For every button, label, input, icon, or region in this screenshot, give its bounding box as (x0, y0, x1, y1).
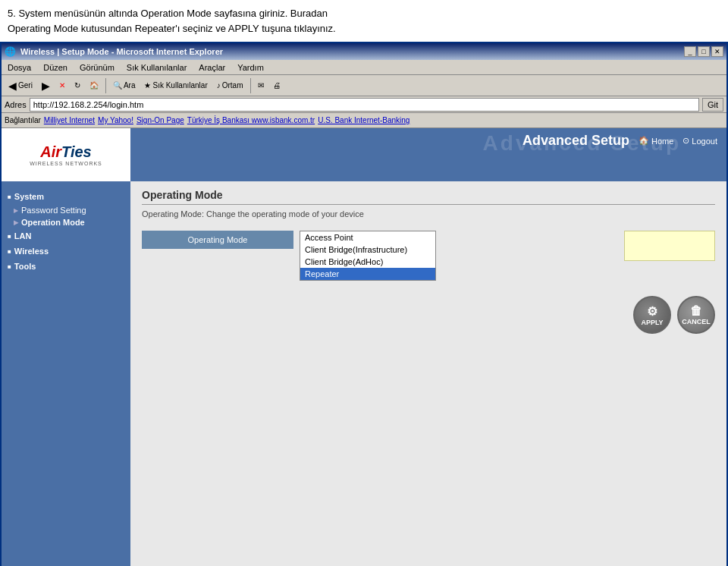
header-main: Advanced Setup Advanced Setup 🏠 Home ⊙ L… (130, 128, 726, 181)
logo-ties: Ties (61, 143, 92, 160)
menu-gorunum[interactable]: Görünüm (77, 62, 118, 73)
home-nav-icon: 🏠 (639, 136, 649, 146)
select-wrapper: Access Point Client Bridge(Infrastructur… (300, 231, 436, 281)
mail-icon: ✉ (258, 81, 264, 90)
address-input[interactable] (30, 98, 699, 112)
page-header: AirTies WIRELESS NETWORKS Advanced Setup… (2, 128, 726, 181)
stop-icon: ✕ (59, 81, 65, 90)
back-button[interactable]: ◀ Geri (5, 77, 36, 94)
title-bar: 🌐 Wireless | Setup Mode - Microsoft Inte… (2, 43, 726, 60)
dropdown-option-client-bridge-adhoc[interactable]: Client Bridge(AdHoc) (300, 256, 435, 268)
content-area: System Password Setting Operation Mode L… (2, 181, 726, 566)
form-row-mode: Operating Mode Access Point Client Bridg… (142, 231, 715, 281)
dropdown-open: Access Point Client Bridge(Infrastructur… (300, 231, 436, 281)
logo: AirTies (40, 143, 91, 161)
cancel-label: CANCEL (682, 318, 711, 325)
media-button[interactable]: ♪ Ortam (213, 77, 247, 94)
refresh-icon: ↻ (74, 81, 80, 90)
apply-icon: ⚙ (647, 304, 657, 319)
separator2 (250, 78, 251, 93)
print-icon: 🖨 (273, 81, 281, 90)
window-controls: _ □ ✕ (684, 46, 723, 57)
sidebar-item-operation-mode[interactable]: Operation Mode (2, 216, 130, 228)
forward-button[interactable]: ▶ (38, 77, 54, 94)
apply-button[interactable]: ⚙ APPLY (633, 296, 671, 334)
apply-label: APPLY (641, 319, 663, 326)
address-label: Adres (5, 100, 27, 109)
star-icon: ★ (144, 81, 151, 90)
main-content: Operating Mode Operating Mode: Change th… (130, 181, 726, 566)
links-label: Bağlantılar (5, 116, 41, 124)
logo-block: AirTies WIRELESS NETWORKS (2, 128, 130, 181)
sidebar: System Password Setting Operation Mode L… (2, 181, 130, 566)
sidebar-section-tools: Tools (2, 259, 130, 274)
window-title: Wireless | Setup Mode - Microsoft Intern… (20, 47, 223, 56)
sidebar-section-system: System (2, 189, 130, 204)
section-title: Operating Mode (142, 189, 715, 205)
home-nav-link[interactable]: 🏠 Home (639, 136, 673, 146)
menu-bar: Dosya Düzen Görünüm Sık Kullanılanlar Ar… (2, 60, 726, 75)
sidebar-section-wireless: Wireless (2, 244, 130, 259)
home-icon: 🏠 (89, 81, 99, 90)
sidebar-section-lan: LAN (2, 228, 130, 244)
sidebar-item-password[interactable]: Password Setting (2, 204, 130, 216)
logo-air: Air (40, 143, 61, 160)
address-bar: Adres Git (2, 96, 726, 113)
browser-window: 🌐 Wireless | Setup Mode - Microsoft Inte… (0, 42, 728, 566)
dropdown-option-access-point[interactable]: Access Point (300, 231, 435, 244)
back-arrow-icon: ◀ (8, 80, 17, 92)
link-usbank[interactable]: U.S. Bank Internet-Banking (318, 116, 410, 124)
favorites-button[interactable]: ★ Sık Kullanılanlar (140, 77, 211, 94)
logout-icon: ⊙ (682, 136, 689, 146)
go-button[interactable]: Git (702, 98, 723, 112)
link-milliyet[interactable]: Milliyet Internet (44, 116, 95, 124)
menu-yardim[interactable]: Yardım (234, 62, 267, 73)
media-icon: ♪ (217, 81, 221, 90)
minimize-button[interactable]: _ (684, 46, 696, 57)
advanced-setup-label: Advanced Setup (522, 133, 629, 149)
refresh-button[interactable]: ↻ (71, 77, 84, 94)
menu-duzen[interactable]: Düzen (40, 62, 71, 73)
print-button[interactable]: 🖨 (269, 77, 284, 94)
link-yahoo[interactable]: My Yahoo! (98, 116, 133, 124)
instruction-line1: 5. System menüsünün altında Operation Mo… (8, 8, 328, 19)
separator (105, 78, 106, 93)
instruction-line2: Operating Mode kutusundan Repeater'ı seç… (8, 23, 336, 34)
search-button[interactable]: 🔍 Ara (109, 77, 140, 94)
menu-araclar[interactable]: Araçlar (196, 62, 228, 73)
menu-sik[interactable]: Sık Kullanılanlar (124, 62, 190, 73)
maximize-button[interactable]: □ (698, 46, 710, 57)
instruction-block: 5. System menüsünün altında Operation Mo… (0, 0, 728, 42)
search-icon: 🔍 (113, 81, 122, 90)
mail-button[interactable]: ✉ (254, 77, 268, 94)
link-signon[interactable]: Sign-On Page (136, 116, 184, 124)
link-isbank[interactable]: Türkiye İş Bankası www.isbank.com.tr (187, 116, 315, 124)
buttons-area: ⚙ APPLY 🗑 CANCEL (142, 296, 715, 334)
form-label-mode: Operating Mode (142, 231, 293, 249)
logo-subtitle: WIRELESS NETWORKS (30, 161, 102, 166)
links-bar: Bağlantılar Milliyet Internet My Yahoo! … (2, 113, 726, 128)
cancel-icon: 🗑 (690, 304, 702, 318)
menu-dosya[interactable]: Dosya (5, 62, 34, 73)
stop-button[interactable]: ✕ (55, 77, 69, 94)
forward-arrow-icon: ▶ (42, 80, 50, 92)
logout-nav-link[interactable]: ⊙ Logout (682, 136, 717, 146)
toolbar: ◀ Geri ▶ ✕ ↻ 🏠 🔍 Ara ★ Sık Kullanılanlar… (2, 75, 726, 96)
home-toolbar-button[interactable]: 🏠 (86, 77, 102, 94)
header-bottom: Advanced Setup 🏠 Home ⊙ Logout (140, 133, 717, 149)
dropdown-option-client-bridge-infra[interactable]: Client Bridge(Infrastructure) (300, 244, 435, 256)
cancel-button[interactable]: 🗑 CANCEL (677, 296, 715, 334)
section-desc: Operating Mode: Change the operating mod… (142, 209, 715, 219)
yellow-note (624, 231, 715, 261)
form-control-mode: Access Point Client Bridge(Infrastructur… (300, 231, 618, 281)
close-button[interactable]: ✕ (711, 46, 723, 57)
dropdown-option-repeater[interactable]: Repeater (300, 268, 435, 280)
